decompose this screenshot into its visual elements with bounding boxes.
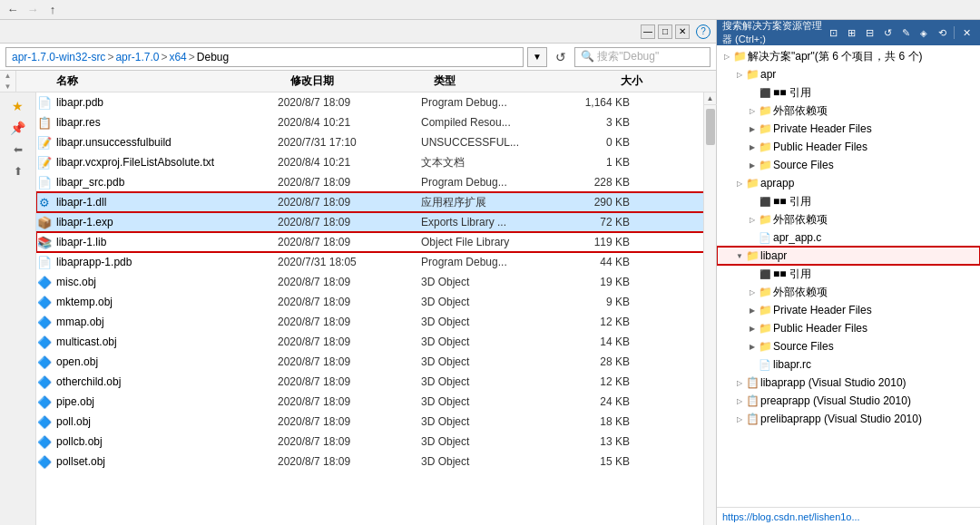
table-row[interactable]: 📄 libapr.pdb 2020/8/7 18:09 Program Debu…: [36, 92, 716, 112]
file-date: 2020/8/7 18:09: [278, 236, 421, 248]
tree-item[interactable]: ⬛ ■■ 引用: [717, 83, 980, 102]
search-box[interactable]: 🔍 搜索"Debug": [574, 47, 710, 67]
sol-tb-btn1[interactable]: ⊡: [825, 24, 841, 41]
tree-expand[interactable]: ▷: [733, 71, 746, 79]
tree-item[interactable]: ▶ 📁 Private Header Files: [717, 301, 980, 319]
help-btn[interactable]: ?: [696, 24, 710, 39]
tree-icon: 📄: [759, 230, 773, 245]
table-row[interactable]: 📝 libapr.unsuccessfulbuild 2020/7/31 17:…: [36, 132, 716, 152]
tree-item[interactable]: ⬛ ■■ 引用: [717, 265, 980, 283]
tree-expand[interactable]: ▷: [746, 288, 759, 297]
tree-item[interactable]: ▷ 📋 prelibaprapp (Visual Studio 2010): [717, 410, 980, 428]
tree-expand[interactable]: ▶: [746, 143, 759, 151]
table-row[interactable]: 📋 libapr.res 2020/8/4 10:21 Compiled Res…: [36, 112, 716, 132]
table-row[interactable]: 📦 libapr-1.exp 2020/8/7 18:09 Exports Li…: [36, 212, 716, 232]
table-row[interactable]: 🔷 misc.obj 2020/8/7 18:09 3D Object 19 K…: [36, 272, 716, 292]
file-size: 12 KB: [564, 316, 637, 328]
address-path[interactable]: apr-1.7.0-win32-src > apr-1.7.0 > x64 > …: [5, 47, 524, 67]
tree-expand[interactable]: ▷: [733, 180, 746, 188]
tree-expand[interactable]: ▷: [733, 397, 746, 405]
tree-item[interactable]: ▶ 📁 Public Header Files: [717, 138, 980, 156]
table-row[interactable]: 🔷 pollset.obj 2020/8/7 18:09 3D Object 1…: [36, 452, 716, 472]
tree-expand[interactable]: ▷: [746, 107, 759, 115]
tree-item[interactable]: ▶ 📁 Source Files: [717, 156, 980, 174]
tree-expand[interactable]: ▶: [746, 306, 759, 315]
back-btn[interactable]: ←: [4, 2, 22, 18]
refresh-btn[interactable]: ↺: [551, 47, 571, 67]
tree-item[interactable]: ▷ 📋 preaprapp (Visual Studio 2010): [717, 392, 980, 410]
tree-item[interactable]: 📄 libapr.rc: [717, 355, 980, 374]
quick-access-sidebar: ★ 📌 ⬅ ⬆: [0, 92, 36, 525]
col-name-header[interactable]: 名称: [53, 73, 290, 89]
table-row[interactable]: 🔷 otherchild.obj 2020/8/7 18:09 3D Objec…: [36, 372, 716, 392]
sol-tree[interactable]: ▷ 📁 解决方案"apr"(第 6 个项目，共 6 个) ▷ 📁 apr ⬛ ■…: [717, 45, 980, 507]
tree-expand[interactable]: ▷: [720, 53, 733, 61]
scroll-thumb[interactable]: [706, 109, 715, 145]
sol-tb-btn5[interactable]: ✎: [897, 24, 914, 41]
file-size: 14 KB: [564, 335, 637, 348]
sol-tb-close[interactable]: ✕: [958, 24, 975, 41]
table-row[interactable]: 🔷 multicast.obj 2020/8/7 18:09 3D Object…: [36, 332, 716, 352]
tree-item[interactable]: ▶ 📁 Source Files: [717, 337, 980, 355]
up-btn[interactable]: ↑: [44, 2, 62, 18]
tree-item[interactable]: 📄 apr_app.c: [717, 228, 980, 247]
table-row[interactable]: 🔷 mmap.obj 2020/8/7 18:09 3D Object 12 K…: [36, 312, 716, 332]
minimize-btn[interactable]: —: [641, 24, 655, 39]
tree-item[interactable]: ⬛ ■■ 引用: [717, 192, 980, 210]
tree-item[interactable]: ▷ 📁 aprapp: [717, 174, 980, 192]
tree-expand[interactable]: ▷: [733, 415, 746, 423]
file-list[interactable]: 📄 libapr.pdb 2020/8/7 18:09 Program Debu…: [0, 92, 716, 525]
tree-item[interactable]: ▷ 📁 外部依赖项: [717, 210, 980, 228]
scroll-up-arrow[interactable]: ▲: [704, 92, 717, 105]
tree-item[interactable]: ▷ 📁 apr: [717, 65, 980, 83]
table-row[interactable]: 🔷 pipe.obj 2020/8/7 18:09 3D Object 24 K…: [36, 392, 716, 412]
tree-item[interactable]: ▶ 📁 Public Header Files: [717, 319, 980, 337]
file-type: 3D Object: [421, 395, 564, 408]
tree-expand[interactable]: ▶: [746, 125, 759, 133]
close-btn[interactable]: ✕: [675, 24, 690, 39]
forward-btn[interactable]: →: [24, 2, 42, 18]
tree-item[interactable]: ▷ 📋 libaprapp (Visual Studio 2010): [717, 374, 980, 392]
tree-label: 外部依赖项: [773, 103, 828, 119]
tree-expand[interactable]: ▷: [733, 379, 746, 387]
table-row[interactable]: 🔷 open.obj 2020/8/7 18:09 3D Object 28 K…: [36, 352, 716, 372]
sol-tb-btn3[interactable]: ⊟: [861, 24, 877, 41]
sol-tb-btn2[interactable]: ⊞: [843, 24, 859, 41]
tree-item[interactable]: ▷ 📁 外部依赖项: [717, 102, 980, 120]
sort-up[interactable]: ▲: [0, 71, 15, 82]
tree-expand[interactable]: ▶: [746, 325, 759, 333]
table-row[interactable]: ⚙ libapr-1.dll 2020/8/7 18:09 应用程序扩展 290…: [36, 192, 716, 212]
maximize-btn[interactable]: □: [658, 24, 672, 39]
table-row[interactable]: 🔷 poll.obj 2020/8/7 18:09 3D Object 18 K…: [36, 412, 716, 432]
table-row[interactable]: 🔷 pollcb.obj 2020/8/7 18:09 3D Object 13…: [36, 432, 716, 452]
tree-expand[interactable]: ▶: [746, 343, 759, 351]
qa-pin[interactable]: 📌: [5, 118, 32, 138]
file-type: 3D Object: [421, 296, 564, 308]
sol-tb-btn4[interactable]: ↺: [879, 24, 896, 41]
file-date: 2020/8/4 10:21: [278, 156, 421, 169]
qa-star[interactable]: ★: [5, 96, 32, 116]
tree-item[interactable]: ▷ 📁 外部依赖项: [717, 283, 980, 301]
table-row[interactable]: 📄 libapr_src.pdb 2020/8/7 18:09 Program …: [36, 172, 716, 192]
sol-tb-btn6[interactable]: ◈: [916, 24, 932, 41]
qa-arrow1[interactable]: ⬅: [5, 140, 32, 160]
tree-expand[interactable]: ▷: [746, 216, 759, 224]
table-row[interactable]: 📄 libaprapp-1.pdb 2020/7/31 18:05 Progra…: [36, 252, 716, 272]
table-row[interactable]: 📚 libapr-1.lib 2020/8/7 18:09 Object Fil…: [36, 232, 716, 252]
col-date-header[interactable]: 修改日期: [290, 73, 434, 89]
tree-label: Source Files: [773, 159, 834, 171]
col-size-header[interactable]: 大小: [577, 73, 650, 89]
tree-item[interactable]: ▶ 📁 Private Header Files: [717, 120, 980, 138]
file-name: mmap.obj: [56, 316, 278, 328]
tree-expand[interactable]: ▼: [733, 252, 746, 260]
qa-arrow2[interactable]: ⬆: [5, 161, 32, 181]
table-row[interactable]: 🔷 mktemp.obj 2020/8/7 18:09 3D Object 9 …: [36, 292, 716, 312]
tree-item[interactable]: ▷ 📁 解决方案"apr"(第 6 个项目，共 6 个): [717, 47, 980, 65]
sol-tb-btn7[interactable]: ⟲: [934, 24, 950, 41]
tree-item[interactable]: ▼ 📁 libapr: [717, 247, 980, 265]
col-type-header[interactable]: 类型: [434, 73, 577, 89]
table-row[interactable]: 📝 libapr.vcxproj.FileListAbsolute.txt 20…: [36, 152, 716, 172]
tree-expand[interactable]: ▶: [746, 161, 759, 170]
sort-down[interactable]: ▼: [0, 82, 15, 92]
address-dropdown[interactable]: ▼: [527, 47, 547, 67]
